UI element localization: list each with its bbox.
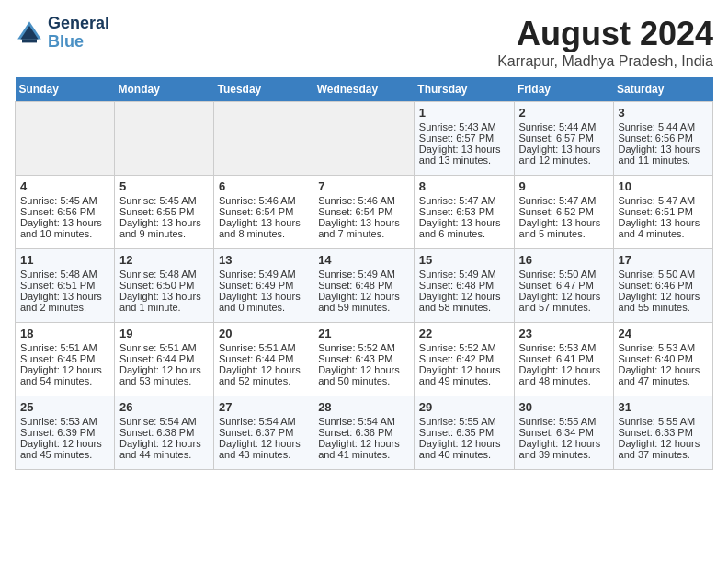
- calendar-cell: 1Sunrise: 5:43 AMSunset: 6:57 PMDaylight…: [414, 102, 514, 176]
- day-number: 29: [419, 400, 509, 414]
- day-number: 2: [519, 106, 609, 120]
- day-number: 28: [318, 400, 409, 414]
- day-info: Sunset: 6:57 PM: [519, 132, 609, 144]
- calendar-cell: 6Sunrise: 5:46 AMSunset: 6:54 PMDaylight…: [213, 176, 313, 249]
- day-info: Sunset: 6:47 PM: [519, 280, 609, 291]
- day-info: Sunset: 6:48 PM: [419, 280, 509, 291]
- day-info: Daylight: 12 hours: [619, 291, 708, 302]
- logo-icon: [15, 18, 44, 48]
- day-info: Sunset: 6:54 PM: [318, 206, 409, 217]
- day-number: 13: [219, 253, 308, 267]
- day-info: Sunrise: 5:53 AM: [20, 416, 109, 427]
- day-info: and 9 minutes.: [119, 228, 209, 239]
- day-info: Daylight: 12 hours: [419, 291, 509, 302]
- day-info: Sunrise: 5:46 AM: [219, 195, 308, 206]
- day-info: Daylight: 12 hours: [20, 364, 109, 375]
- day-info: and 7 minutes.: [318, 228, 409, 239]
- day-number: 3: [619, 106, 708, 120]
- day-number: 25: [20, 400, 109, 414]
- column-header-tuesday: Tuesday: [213, 77, 313, 102]
- day-info: and 44 minutes.: [119, 449, 209, 460]
- day-info: and 45 minutes.: [20, 449, 109, 460]
- calendar-cell: 30Sunrise: 5:55 AMSunset: 6:34 PMDayligh…: [514, 396, 613, 470]
- day-info: Sunset: 6:35 PM: [419, 427, 509, 438]
- day-info: and 57 minutes.: [519, 302, 609, 313]
- day-info: Sunrise: 5:44 AM: [519, 121, 609, 132]
- calendar-cell: 14Sunrise: 5:49 AMSunset: 6:48 PMDayligh…: [313, 249, 415, 323]
- day-info: and 48 minutes.: [519, 375, 609, 386]
- column-header-friday: Friday: [514, 77, 613, 102]
- logo-text: General Blue: [48, 15, 109, 52]
- week-row-4: 18Sunrise: 5:51 AMSunset: 6:45 PMDayligh…: [16, 323, 713, 396]
- day-info: Daylight: 12 hours: [318, 364, 409, 375]
- day-info: Daylight: 13 hours: [20, 291, 109, 302]
- day-number: 27: [219, 400, 308, 414]
- day-info: Sunrise: 5:53 AM: [519, 342, 609, 353]
- day-info: Sunset: 6:45 PM: [20, 353, 109, 364]
- day-number: 22: [419, 327, 509, 340]
- calendar-cell: 2Sunrise: 5:44 AMSunset: 6:57 PMDaylight…: [514, 102, 613, 176]
- calendar-cell: 31Sunrise: 5:55 AMSunset: 6:33 PMDayligh…: [613, 396, 712, 470]
- day-info: and 55 minutes.: [619, 302, 708, 313]
- day-number: 11: [20, 253, 109, 267]
- day-info: Daylight: 12 hours: [219, 364, 308, 375]
- day-number: 16: [519, 253, 609, 267]
- day-number: 31: [619, 400, 708, 414]
- day-info: Sunset: 6:44 PM: [119, 353, 209, 364]
- column-header-thursday: Thursday: [414, 77, 514, 102]
- day-info: Sunrise: 5:45 AM: [119, 195, 209, 206]
- day-info: Sunset: 6:39 PM: [20, 427, 109, 438]
- day-info: Daylight: 13 hours: [318, 217, 409, 228]
- day-info: Sunset: 6:54 PM: [219, 206, 308, 217]
- day-info: Sunrise: 5:47 AM: [519, 195, 609, 206]
- day-info: and 54 minutes.: [20, 375, 109, 386]
- day-info: and 47 minutes.: [619, 375, 708, 386]
- calendar-cell: 27Sunrise: 5:54 AMSunset: 6:37 PMDayligh…: [213, 396, 313, 470]
- calendar-cell: [313, 102, 415, 176]
- day-info: Daylight: 12 hours: [519, 438, 609, 449]
- day-number: 4: [20, 179, 109, 193]
- day-info: Daylight: 13 hours: [20, 217, 109, 228]
- day-info: Daylight: 13 hours: [419, 217, 509, 228]
- day-info: and 1 minute.: [119, 302, 209, 313]
- day-info: Sunrise: 5:50 AM: [619, 269, 708, 280]
- day-info: and 41 minutes.: [318, 449, 409, 460]
- day-info: Sunset: 6:37 PM: [219, 427, 308, 438]
- day-info: Sunset: 6:40 PM: [619, 353, 708, 364]
- day-info: Sunrise: 5:54 AM: [219, 416, 308, 427]
- calendar-cell: 8Sunrise: 5:47 AMSunset: 6:53 PMDaylight…: [414, 176, 514, 249]
- week-row-1: 1Sunrise: 5:43 AMSunset: 6:57 PMDaylight…: [16, 102, 713, 176]
- calendar-cell: 25Sunrise: 5:53 AMSunset: 6:39 PMDayligh…: [16, 396, 115, 470]
- day-info: Daylight: 13 hours: [519, 144, 609, 155]
- day-info: Daylight: 12 hours: [318, 291, 409, 302]
- svg-rect-2: [22, 39, 37, 42]
- day-info: and 6 minutes.: [419, 228, 509, 239]
- calendar-cell: 13Sunrise: 5:49 AMSunset: 6:49 PMDayligh…: [213, 249, 313, 323]
- week-row-5: 25Sunrise: 5:53 AMSunset: 6:39 PMDayligh…: [16, 396, 713, 470]
- day-info: Sunrise: 5:52 AM: [318, 342, 409, 353]
- day-info: Sunset: 6:33 PM: [619, 427, 708, 438]
- day-number: 20: [219, 327, 308, 340]
- calendar-cell: [114, 102, 213, 176]
- day-info: Sunset: 6:51 PM: [20, 280, 109, 291]
- calendar-cell: [16, 102, 115, 176]
- day-info: Sunrise: 5:49 AM: [419, 269, 509, 280]
- day-number: 6: [219, 179, 308, 193]
- day-info: Sunrise: 5:54 AM: [119, 416, 209, 427]
- calendar-cell: 23Sunrise: 5:53 AMSunset: 6:41 PMDayligh…: [514, 323, 613, 396]
- day-info: Sunrise: 5:53 AM: [619, 342, 708, 353]
- calendar-cell: 15Sunrise: 5:49 AMSunset: 6:48 PMDayligh…: [414, 249, 514, 323]
- logo: General Blue: [15, 15, 109, 52]
- day-info: Sunrise: 5:52 AM: [419, 342, 509, 353]
- week-row-3: 11Sunrise: 5:48 AMSunset: 6:51 PMDayligh…: [16, 249, 713, 323]
- title-block: August 2024 Karrapur, Madhya Pradesh, In…: [497, 15, 713, 70]
- day-info: Sunset: 6:36 PM: [318, 427, 409, 438]
- day-info: Sunset: 6:56 PM: [20, 206, 109, 217]
- day-number: 5: [119, 179, 209, 193]
- calendar-cell: 5Sunrise: 5:45 AMSunset: 6:55 PMDaylight…: [114, 176, 213, 249]
- day-number: 15: [419, 253, 509, 267]
- day-info: and 59 minutes.: [318, 302, 409, 313]
- calendar-cell: 18Sunrise: 5:51 AMSunset: 6:45 PMDayligh…: [16, 323, 115, 396]
- day-info: Sunrise: 5:51 AM: [119, 342, 209, 353]
- week-row-2: 4Sunrise: 5:45 AMSunset: 6:56 PMDaylight…: [16, 176, 713, 249]
